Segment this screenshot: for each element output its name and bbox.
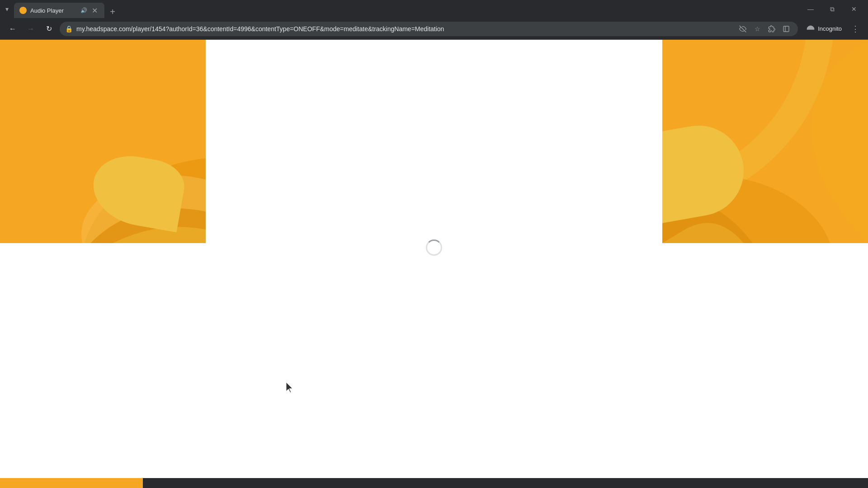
close-button[interactable]: ✕ — [844, 2, 864, 16]
extensions-icon[interactable] — [765, 23, 778, 35]
back-button[interactable]: ← — [5, 22, 20, 36]
window-controls-right: — ⧉ ✕ — [800, 2, 864, 16]
browser-chrome: ▾ Audio Player 🔊 ✕ + — ⧉ ✕ ← → ↻ 🔒 my.he… — [0, 0, 868, 40]
restore-button[interactable]: ⧉ — [822, 2, 843, 16]
nav-actions: Incognito ⋮ — [802, 22, 863, 36]
address-actions: ☆ — [736, 23, 793, 35]
loading-spinner — [426, 239, 442, 256]
tab-close-button[interactable]: ✕ — [90, 6, 99, 15]
status-bar — [0, 478, 868, 488]
navigation-bar: ← → ↻ 🔒 my.headspace.com/player/1454?aut… — [0, 18, 868, 40]
status-bar-left — [0, 478, 143, 488]
mouse-cursor — [286, 382, 295, 395]
spinner-circle — [426, 239, 442, 256]
incognito-icon — [806, 24, 815, 33]
svg-rect-1 — [783, 26, 789, 32]
bookmark-icon[interactable]: ☆ — [751, 23, 764, 35]
incognito-indicator: Incognito — [802, 23, 846, 35]
forward-button[interactable]: → — [24, 22, 38, 36]
lock-icon: 🔒 — [65, 25, 73, 33]
sidebar-icon[interactable] — [780, 23, 793, 35]
tab-dropdown-button[interactable]: ▾ — [4, 4, 10, 14]
address-bar[interactable]: 🔒 my.headspace.com/player/1454?authorId=… — [60, 22, 798, 36]
yellow-right-panel — [662, 40, 868, 243]
page-content — [0, 40, 868, 488]
active-tab[interactable]: Audio Player 🔊 ✕ — [14, 3, 104, 18]
left-panel-decoration — [0, 40, 206, 243]
tab-audio-icon: 🔊 — [80, 7, 87, 14]
eye-off-icon[interactable] — [736, 23, 749, 35]
minimize-button[interactable]: — — [800, 2, 821, 16]
tab-favicon — [19, 7, 27, 14]
window-controls-left: ▾ — [4, 4, 10, 14]
right-panel-decoration — [662, 40, 868, 243]
title-bar: ▾ Audio Player 🔊 ✕ + — ⧉ ✕ — [0, 0, 868, 18]
browser-menu-button[interactable]: ⋮ — [848, 22, 863, 36]
tab-title: Audio Player — [30, 7, 80, 14]
url-text: my.headspace.com/player/1454?authorId=36… — [76, 25, 733, 33]
reload-button[interactable]: ↻ — [42, 22, 56, 36]
incognito-text: Incognito — [818, 25, 842, 32]
new-tab-button[interactable]: + — [106, 5, 119, 18]
yellow-left-panel — [0, 40, 206, 243]
tab-bar: Audio Player 🔊 ✕ + — [14, 0, 800, 18]
